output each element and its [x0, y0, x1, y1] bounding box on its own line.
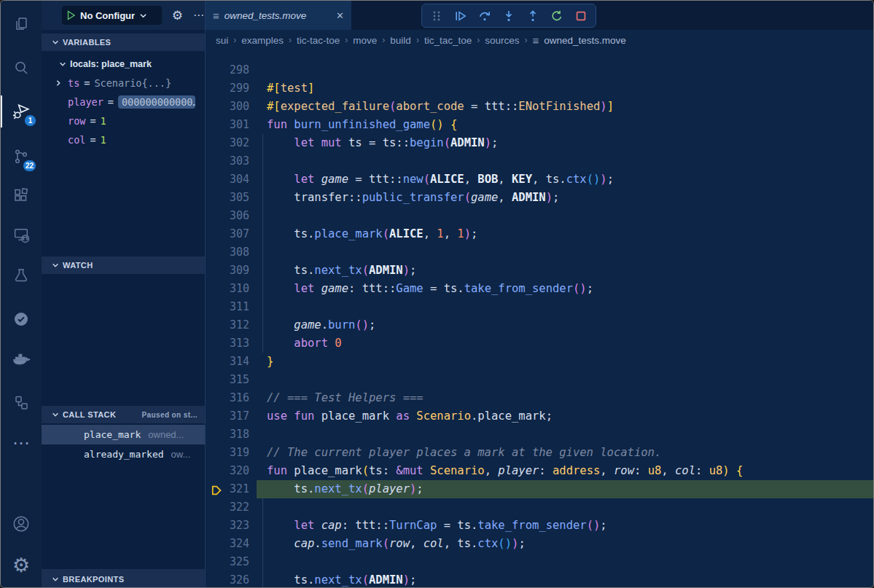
code-line[interactable]: 320fun place_mark(ts: &mut Scenario, pla…	[206, 462, 873, 480]
line-number[interactable]: 313	[206, 334, 249, 353]
breadcrumb-item[interactable]: build	[390, 35, 411, 46]
line-number[interactable]: 308	[206, 243, 249, 262]
source-control-icon[interactable]: 22	[1, 139, 42, 174]
line-number[interactable]: 324	[206, 535, 249, 553]
breadcrumb-item[interactable]: sui	[216, 35, 228, 46]
code-line[interactable]: 326 ts.next_tx(ADMIN);	[206, 571, 873, 588]
code-line[interactable]: 302 let mut ts = ts::begin(ADMIN);	[206, 134, 873, 152]
code-line[interactable]: 309 ts.next_tx(ADMIN);	[206, 262, 873, 280]
line-number[interactable]: 299	[206, 79, 249, 98]
remote-explorer-icon[interactable]	[1, 217, 42, 252]
code-line[interactable]: 313 abort 0	[206, 334, 873, 353]
line-number[interactable]: 309	[206, 262, 249, 280]
launch-config-dropdown[interactable]: No Configur	[62, 6, 162, 25]
code-line[interactable]: 312 game.burn();	[206, 316, 873, 334]
breadcrumb-item[interactable]: examples	[241, 35, 284, 46]
code-line[interactable]: 323 let cap: ttt::TurnCap = ts.take_from…	[206, 517, 873, 535]
line-number[interactable]: 311	[206, 298, 249, 316]
code-line[interactable]: 319// The current player places a mark a…	[206, 444, 873, 462]
call-stack-frame[interactable]: already_markedow...	[42, 444, 205, 464]
explorer-icon[interactable]	[1, 7, 42, 42]
drag-handle-icon[interactable]	[428, 7, 445, 25]
line-number[interactable]: 317	[206, 407, 249, 426]
line-number[interactable]: 318	[206, 426, 249, 444]
code-line[interactable]: 308	[206, 243, 873, 262]
call-stack-section-header[interactable]: CALL STACK Paused on st...	[42, 406, 205, 423]
breadcrumb-item[interactable]: sources	[485, 35, 519, 46]
chevron-right-icon[interactable]	[55, 79, 66, 87]
code-line[interactable]: 324 cap.send_mark(row, col, ts.ctx());	[206, 535, 873, 553]
code-line[interactable]: 317use fun place_mark as Scenario.place_…	[206, 407, 873, 426]
line-number[interactable]: 306	[206, 207, 249, 225]
code-line[interactable]: 318	[206, 426, 873, 444]
line-number[interactable]: 307	[206, 225, 249, 243]
settings-gear-icon[interactable]: ⚙	[1, 548, 42, 583]
code-line[interactable]: 300#[expected_failure(abort_code = ttt::…	[206, 98, 873, 116]
code-line[interactable]: 305 transfer::public_transfer(game, ADMI…	[206, 189, 873, 207]
step-out-button[interactable]	[524, 7, 542, 25]
tab-owned-tests[interactable]: ≡ owned_tests.move ✕	[206, 1, 351, 30]
code-line[interactable]: 306	[206, 207, 873, 225]
debug-views-more-icon[interactable]: ⋯	[193, 9, 205, 22]
step-into-button[interactable]	[500, 7, 518, 25]
breakpoints-section-header[interactable]: BREAKPOINTS	[42, 569, 205, 588]
line-number[interactable]: 302	[206, 134, 249, 152]
variable-row[interactable]: ts=Scenario{...}	[42, 74, 205, 93]
line-number[interactable]: 303	[206, 152, 249, 170]
code-line[interactable]: 304 let game = ttt::new(ALICE, BOB, KEY,…	[206, 170, 873, 189]
line-number[interactable]: 300	[206, 98, 249, 116]
breadcrumb-item[interactable]: tic-tac-toe	[297, 35, 340, 46]
variables-section-header[interactable]: VARIABLES	[42, 34, 205, 51]
variables-scope[interactable]: locals: place_mark	[42, 55, 205, 74]
continue-button[interactable]	[452, 7, 469, 25]
extensions-icon[interactable]	[1, 178, 42, 213]
variable-row[interactable]: player=000000000000…	[42, 93, 205, 111]
line-number[interactable]: 314	[206, 353, 249, 371]
line-number[interactable]: 320	[206, 462, 249, 480]
tab-close-icon[interactable]: ✕	[336, 10, 344, 21]
docker-icon[interactable]	[1, 342, 42, 377]
code-line[interactable]: 315	[206, 371, 873, 389]
code-line[interactable]: 322	[206, 498, 873, 517]
debug-settings-gear-icon[interactable]: ⚙	[172, 9, 183, 22]
line-number[interactable]: 310	[206, 280, 249, 298]
line-number[interactable]: 298	[206, 61, 249, 79]
line-number[interactable]: 305	[206, 189, 249, 207]
code-line[interactable]: 316// === Test Helpers ===	[206, 389, 873, 407]
run-and-debug-icon[interactable]: 1	[1, 94, 42, 129]
line-number[interactable]: 319	[206, 444, 249, 462]
variable-row[interactable]: row=1	[42, 111, 205, 130]
search-icon[interactable]	[1, 50, 42, 85]
code-line[interactable]: 310 let game: ttt::Game = ts.take_from_s…	[206, 280, 873, 298]
line-number[interactable]: 312	[206, 316, 249, 334]
containers-icon[interactable]	[1, 385, 42, 420]
line-number[interactable]: 301	[206, 116, 249, 134]
code-line[interactable]: 301fun burn_unfinished_game() {	[206, 116, 873, 134]
line-number[interactable]: 315	[206, 371, 249, 389]
code-line[interactable]: 299#[test]	[206, 79, 873, 98]
check-circle-icon[interactable]	[1, 302, 42, 337]
code-line[interactable]: 314}	[206, 353, 873, 371]
breadcrumb-item[interactable]: move	[353, 35, 377, 46]
line-number[interactable]: 325	[206, 553, 249, 571]
line-number[interactable]: 316	[206, 389, 249, 407]
watch-section-header[interactable]: WATCH	[42, 256, 205, 274]
line-number[interactable]: 326	[206, 571, 249, 588]
more-tools-icon[interactable]: ⋯	[1, 426, 42, 460]
code-line[interactable]: 298	[206, 61, 873, 79]
line-number[interactable]: 304	[206, 170, 249, 189]
stop-button[interactable]	[572, 7, 590, 25]
start-debug-icon[interactable]	[66, 10, 76, 20]
call-stack-frame[interactable]: place_markowned...	[42, 425, 205, 444]
code-line[interactable]: 325	[206, 553, 873, 571]
code-line[interactable]: 311	[206, 298, 873, 316]
code-area[interactable]: 298299#[test]300#[expected_failure(abort…	[206, 50, 873, 588]
testing-beaker-icon[interactable]	[1, 258, 42, 293]
code-line[interactable]: 303	[206, 152, 873, 170]
breadcrumb-item[interactable]: tic_tac_toe	[424, 35, 472, 46]
line-number[interactable]: 323	[206, 517, 249, 535]
code-line[interactable]: 307 ts.place_mark(ALICE, 1, 1);	[206, 225, 873, 243]
code-line[interactable]: 321 ts.next_tx(player);	[206, 480, 873, 498]
variable-row[interactable]: col=1	[42, 130, 205, 149]
account-icon[interactable]	[1, 506, 42, 541]
